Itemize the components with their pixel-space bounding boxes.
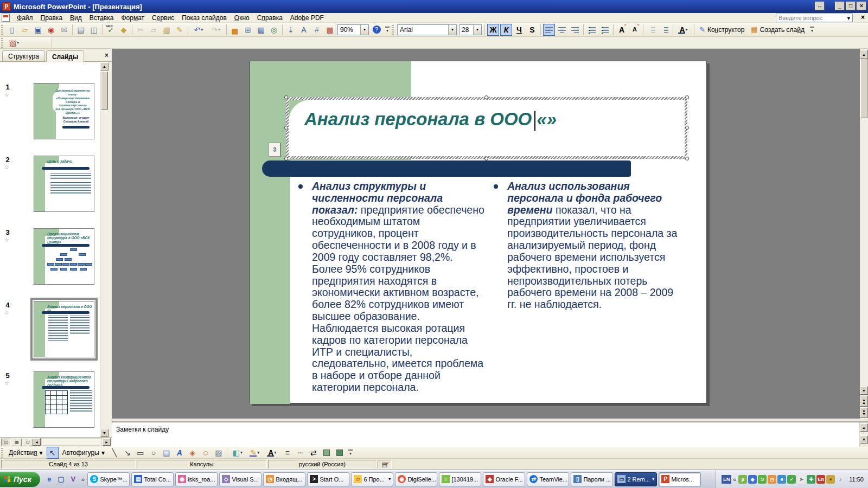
language-indicator[interactable]: EN	[722, 475, 731, 484]
messenger-tray-icon[interactable]: S	[758, 475, 767, 484]
decrease-font-icon[interactable]: Aˇ	[629, 24, 641, 36]
menu-item[interactable]: Вставка	[86, 14, 118, 22]
formatting-toolbar-options[interactable]: ▾	[809, 24, 815, 36]
font-size-combo[interactable]: 28▾	[459, 24, 482, 35]
menu-item[interactable]: Сервис	[148, 14, 178, 22]
copy-icon[interactable]: ▱	[148, 24, 159, 36]
italic-icon[interactable]: К	[500, 24, 512, 36]
arrow-icon[interactable]: ↘	[122, 447, 133, 459]
taskbar-inbox-button[interactable]: ◷Входящ...	[263, 472, 305, 486]
expand-all-icon[interactable]: ⇣	[285, 24, 297, 36]
selection-handle[interactable]	[685, 95, 689, 99]
taskbar-teamviewer-button[interactable]: ⇄TeamVie...	[527, 472, 569, 486]
font-size-combo-dropdown-icon[interactable]: ▾	[473, 25, 481, 35]
slide-thumbnail[interactable]: Дипломный проект на тему:«Совершенствова…	[34, 83, 94, 139]
email-icon[interactable]: ✉	[58, 24, 70, 36]
standard-toolbar-options[interactable]: ▾	[384, 24, 391, 36]
autofit-options-button[interactable]: ⇕	[269, 143, 280, 157]
slide-vertical-scrollbar[interactable]: ▲ ▼ ▲▲ ▼▼	[860, 49, 868, 419]
diagram-icon[interactable]: ◈	[187, 447, 199, 459]
taskbar-folder-button[interactable]: ▱6 Про...▾	[351, 472, 393, 486]
drawing-toolbar-options[interactable]: ▾	[347, 447, 354, 459]
sync-tray-icon[interactable]: ➤	[797, 475, 806, 484]
slide-title-text[interactable]: Анализ персонала в ООО «»	[304, 109, 557, 130]
body-text-column-2[interactable]: Анализ использования персонала и фонда р…	[507, 181, 678, 311]
close-panel-button[interactable]: ×	[105, 52, 108, 59]
new-slide-button[interactable]: ▦Создать слайд	[748, 24, 808, 35]
close-document-button[interactable]: ×	[861, 14, 865, 21]
quick-launch-chevron[interactable]: »	[81, 476, 85, 483]
taskbar-passwords-button[interactable]: ▯Пароли ...	[571, 472, 613, 486]
spelling-icon[interactable]: ✓ABC	[105, 24, 117, 36]
tray-chevron[interactable]: «	[733, 476, 736, 483]
body-text-column-1[interactable]: Анализ структуры и численности персонала…	[312, 181, 484, 394]
zoom-combo[interactable]: 90%▾	[337, 24, 369, 35]
slide-sorter-view-button[interactable]: ▦	[12, 439, 22, 446]
selection-handle[interactable]	[284, 95, 288, 99]
scroll-up-button[interactable]: ▲	[860, 50, 868, 59]
print-icon[interactable]: ▤	[75, 24, 87, 36]
open-folder-icon[interactable]: ▱	[19, 24, 31, 36]
menu-item[interactable]: Файл	[13, 14, 37, 22]
taskbar-console-button[interactable]: >Start O...	[307, 472, 349, 486]
menu-item[interactable]: Adobe PDF	[286, 14, 328, 22]
menu-item[interactable]: Формат	[117, 14, 148, 22]
align-left-icon[interactable]	[543, 24, 555, 36]
font-color-icon[interactable]: А▾	[675, 24, 692, 36]
volume-tray-icon[interactable]: ♪	[836, 475, 845, 484]
quicklaunch-ie-icon[interactable]: e	[44, 474, 54, 484]
hscroll-right-button[interactable]: ►	[103, 438, 111, 446]
status-template-name[interactable]: Капсулы	[137, 460, 267, 468]
toolbar-grip[interactable]	[1, 38, 3, 48]
slide-design-icon[interactable]: ▧▾	[6, 37, 22, 49]
align-right-icon[interactable]	[569, 24, 581, 36]
notes-scrollbar[interactable]: ▲ ▼	[859, 422, 868, 447]
text-box-icon[interactable]: ▤	[161, 447, 173, 459]
minimize-button[interactable]: _	[835, 2, 845, 10]
selection-handle[interactable]	[484, 157, 488, 160]
question-box[interactable]: Введите вопрос ▾	[776, 14, 853, 22]
insert-hyperlink-icon[interactable]: ◎	[268, 24, 280, 36]
menu-item[interactable]: Правка	[37, 14, 67, 22]
select-objects-icon[interactable]: ↖	[47, 447, 59, 459]
threed-style-icon[interactable]	[334, 447, 346, 459]
tab-outline[interactable]: Структура	[2, 50, 45, 61]
thumbnails-scrollbar[interactable]: ▲ ▼	[100, 62, 108, 437]
taskbar-remote-desktop-button[interactable]: ▭2 Rem...▾	[615, 472, 657, 486]
save-icon[interactable]: ▣	[32, 24, 44, 36]
thumbs-scroll-down-button[interactable]: ▼	[100, 429, 108, 437]
notes-scroll-up-button[interactable]: ▲	[860, 423, 868, 432]
normal-view-button[interactable]: ◫	[1, 439, 11, 446]
taskbar-oracle-button[interactable]: ◆Oracle F...	[483, 472, 525, 486]
selection-handle[interactable]	[284, 126, 288, 130]
underline-icon[interactable]: Ч	[513, 24, 525, 36]
line-icon[interactable]: ╲	[108, 447, 120, 459]
taskbar-digiseller-button[interactable]: ◉DigiSelle...	[395, 472, 437, 486]
zoom-combo-dropdown-icon[interactable]: ▾	[360, 25, 368, 35]
slide-page[interactable]: Анализ персонала в ООО «» ⇕ Анализ струк…	[250, 61, 707, 403]
rectangle-icon[interactable]: ▭	[135, 447, 146, 459]
show-formatting-icon[interactable]: A	[298, 24, 310, 36]
next-slide-button[interactable]: ▼▼	[860, 407, 868, 418]
clock-tray-icon[interactable]: ◷	[768, 475, 776, 484]
scheduler-tray-icon[interactable]: ●	[826, 475, 835, 484]
scroll-thumb[interactable]	[860, 59, 867, 118]
notes-placeholder[interactable]: Заметки к слайду	[116, 426, 169, 433]
wordart-icon[interactable]: A	[174, 447, 186, 459]
tables-and-borders-icon[interactable]: ▦	[255, 24, 267, 36]
bulleted-list-icon[interactable]	[599, 24, 611, 36]
toolbar-grip[interactable]	[392, 25, 394, 35]
line-color-icon[interactable]: ✎▾	[247, 447, 263, 459]
browser-tray-icon[interactable]: e	[777, 475, 786, 484]
slide-thumbnail[interactable]: Организационная структура в ООО «ВСК Цен…	[34, 228, 94, 285]
new-file-icon[interactable]: ▯	[6, 24, 18, 36]
align-center-icon[interactable]	[556, 24, 568, 36]
toolbar-grip[interactable]	[1, 448, 3, 458]
question-dropdown-icon[interactable]: ▾	[847, 15, 850, 21]
taskbar-skype-button[interactable]: SSkype™...	[87, 472, 130, 486]
research-icon[interactable]: ◆	[118, 24, 130, 36]
draw-menu-button[interactable]: Действия▾	[5, 448, 46, 458]
punto-switcher-tray-icon[interactable]: En	[816, 475, 825, 484]
menu-item[interactable]: Показ слайдов	[178, 14, 231, 22]
paste-icon[interactable]: ▥	[161, 24, 173, 36]
